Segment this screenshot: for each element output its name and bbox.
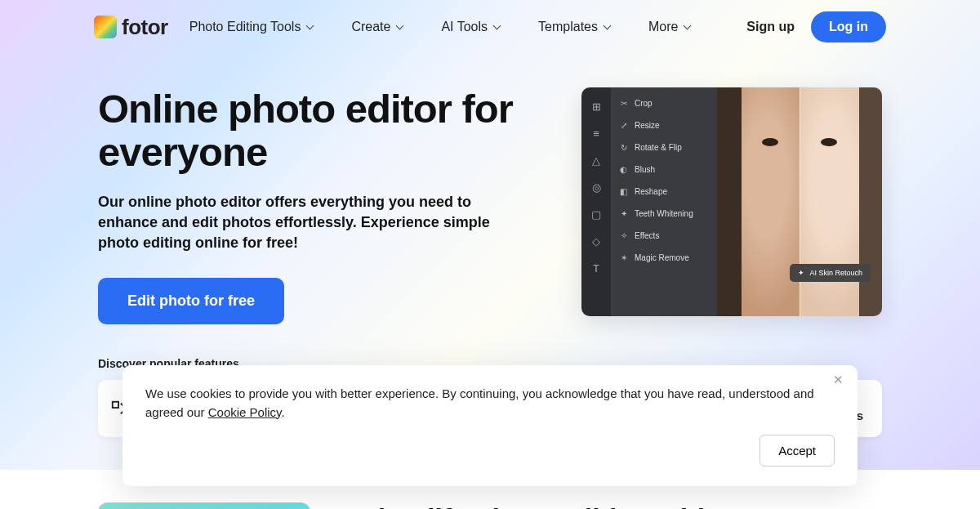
tool-crop[interactable]: ✂Crop <box>611 92 717 114</box>
tool-label: Crop <box>635 99 653 108</box>
badge-label: AI Skin Retouch <box>809 269 862 277</box>
header-actions: Sign up Log in <box>746 11 886 42</box>
sparkle-icon: ✦ <box>798 269 804 277</box>
rotate-icon: ↻ <box>619 143 628 152</box>
ai-skin-retouch-badge: ✦ AI Skin Retouch <box>790 264 871 282</box>
before-image <box>717 87 800 316</box>
simplify-image <box>98 502 310 509</box>
editor-preview-image: ✦ AI Skin Retouch <box>717 87 882 316</box>
tool-label: Resize <box>635 121 660 130</box>
edit-photo-button[interactable]: Edit photo for free <box>98 278 284 324</box>
tool-effects[interactable]: ✧Effects <box>611 225 717 247</box>
grid-icon: ⊞ <box>592 100 601 113</box>
nav-more[interactable]: More <box>648 20 691 34</box>
editor-iconbar: ⊞ ≡ △ ◎ ▢ ◇ T <box>581 87 611 316</box>
nav-label: Create <box>351 20 390 34</box>
tool-label: Rotate & Flip <box>635 143 682 152</box>
editor-preview: ⊞ ≡ △ ◎ ▢ ◇ T ✂Crop ⤢Resize ↻Rotate & Fl… <box>581 87 882 316</box>
tool-label: Blush <box>635 165 655 174</box>
frame-icon: ▢ <box>591 208 601 221</box>
tool-rotate-flip[interactable]: ↻Rotate & Flip <box>611 136 717 159</box>
main-nav: Photo Editing Tools Create AI Tools Temp… <box>189 20 692 34</box>
adjust-icon: ≡ <box>593 127 599 140</box>
cookie-banner: ✕ We use cookies to provide you with bet… <box>122 365 858 486</box>
nav-label: Photo Editing Tools <box>189 20 301 34</box>
shapes-icon: ◇ <box>592 235 600 248</box>
chevron-down-icon <box>683 23 691 31</box>
cookie-policy-link[interactable]: Cookie Policy <box>208 405 282 419</box>
site-header: fotor Photo Editing Tools Create AI Tool… <box>0 0 980 42</box>
reshape-icon: ◧ <box>619 187 628 196</box>
tool-resize[interactable]: ⤢Resize <box>611 114 717 136</box>
resize-icon: ⤢ <box>619 121 628 130</box>
nav-label: Templates <box>538 20 598 34</box>
effects-icon: ✧ <box>619 231 628 240</box>
text-icon: T <box>593 262 599 275</box>
logo-icon <box>94 16 117 38</box>
nav-ai-tools[interactable]: AI Tools <box>441 20 501 34</box>
svg-rect-0 <box>113 402 118 408</box>
chevron-down-icon <box>603 23 611 31</box>
hero-description: Our online photo editor offers everythin… <box>98 192 490 254</box>
signup-link[interactable]: Sign up <box>746 20 795 34</box>
chevron-down-icon <box>305 23 314 31</box>
brand-logo[interactable]: fotor <box>94 15 168 40</box>
teeth-icon: ✦ <box>619 209 628 218</box>
editor-tool-list: ✂Crop ⤢Resize ↻Rotate & Flip ◐Blush ◧Res… <box>611 87 717 316</box>
chevron-down-icon <box>492 23 501 31</box>
tool-label: Teeth Whitening <box>635 209 693 218</box>
tool-label: Magic Remove <box>635 253 689 262</box>
cookie-close-button[interactable]: ✕ <box>833 373 846 386</box>
nav-templates[interactable]: Templates <box>538 20 611 34</box>
comparison-divider <box>800 87 800 316</box>
cookie-text-suffix: . <box>282 405 285 419</box>
login-button[interactable]: Log in <box>811 11 886 42</box>
tool-label: Reshape <box>635 187 667 196</box>
simplify-heading: Simplify photo editing with our online p… <box>359 502 735 509</box>
tool-blush[interactable]: ◐Blush <box>611 159 717 181</box>
tool-reshape[interactable]: ◧Reshape <box>611 181 717 203</box>
blush-icon: ◐ <box>619 165 628 174</box>
nav-create[interactable]: Create <box>351 20 403 34</box>
cookie-accept-button[interactable]: Accept <box>760 435 835 467</box>
eye-icon: ◎ <box>592 181 601 194</box>
tool-teeth-whitening[interactable]: ✦Teeth Whitening <box>611 203 717 225</box>
hero-copy: Online photo editor for everyone Our onl… <box>98 87 549 324</box>
nav-label: AI Tools <box>441 20 488 34</box>
flask-icon: △ <box>592 154 600 167</box>
brand-name: fotor <box>122 15 168 40</box>
nav-label: More <box>648 20 678 34</box>
after-image <box>800 87 882 316</box>
crop-icon: ✂ <box>619 99 628 108</box>
hero-title: Online photo editor for everyone <box>98 87 549 174</box>
cookie-actions: Accept <box>145 435 835 467</box>
tool-magic-remove[interactable]: ✶Magic Remove <box>611 247 717 269</box>
tool-label: Effects <box>635 231 659 240</box>
cookie-message: We use cookies to provide you with bette… <box>145 385 835 422</box>
hero-section: Online photo editor for everyone Our onl… <box>0 42 980 324</box>
magic-icon: ✶ <box>619 253 628 262</box>
nav-photo-editing-tools[interactable]: Photo Editing Tools <box>189 20 314 34</box>
chevron-down-icon <box>395 23 403 31</box>
